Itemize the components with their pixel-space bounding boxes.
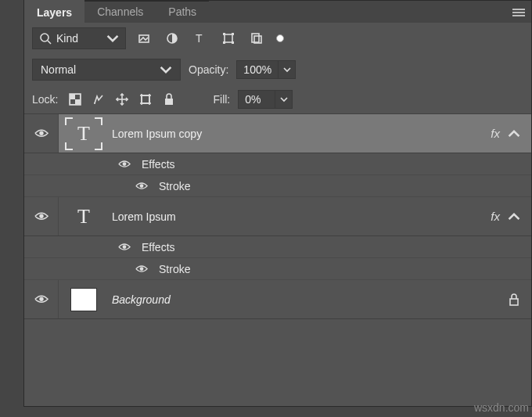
svg-point-27 xyxy=(39,131,43,135)
lock-icon[interactable] xyxy=(508,293,520,306)
fx-badge[interactable]: fx xyxy=(491,210,500,223)
svg-rect-9 xyxy=(223,33,225,35)
chevron-down-icon xyxy=(106,32,119,45)
svg-rect-13 xyxy=(252,34,259,42)
visibility-toggle[interactable] xyxy=(131,182,153,190)
svg-point-29 xyxy=(140,184,144,188)
fill-field[interactable]: 0% xyxy=(238,90,293,109)
stroke-label: Stroke xyxy=(159,180,190,192)
layer-row-background[interactable]: Background xyxy=(24,280,531,319)
tab-paths[interactable]: Paths xyxy=(156,1,209,23)
lock-buttons-group xyxy=(69,93,175,106)
blend-mode-select[interactable]: Normal xyxy=(32,59,181,81)
svg-point-31 xyxy=(123,245,127,249)
lock-row: Lock: Fill: 0% xyxy=(24,85,531,113)
visibility-toggle[interactable] xyxy=(24,280,59,318)
visibility-toggle[interactable] xyxy=(113,243,135,251)
effects-header-row[interactable]: Effects xyxy=(24,153,531,175)
visibility-toggle[interactable] xyxy=(113,160,135,168)
svg-rect-34 xyxy=(510,299,518,305)
svg-text:T: T xyxy=(196,32,203,45)
svg-rect-10 xyxy=(232,33,234,35)
effects-label: Effects xyxy=(142,241,175,253)
opacity-field[interactable]: 100% xyxy=(236,60,296,79)
blend-row: Normal Opacity: 100% xyxy=(24,54,531,85)
filter-kind-select[interactable]: Kind xyxy=(32,27,126,49)
type-layer-icon: T xyxy=(77,205,90,228)
blend-mode-value: Normal xyxy=(41,63,76,76)
opacity-label: Opacity: xyxy=(189,63,228,76)
layer-thumbnail[interactable] xyxy=(66,285,101,315)
svg-point-33 xyxy=(39,297,43,301)
fx-badge[interactable]: fx xyxy=(491,127,500,140)
svg-rect-11 xyxy=(223,41,225,44)
filter-pixel-icon[interactable] xyxy=(134,28,154,49)
filter-adjustment-icon[interactable] xyxy=(162,28,182,49)
layers-panel: Layers Channels Paths Kind T Normal Opac… xyxy=(23,0,532,407)
tab-paths-label: Paths xyxy=(168,5,196,18)
visibility-toggle[interactable] xyxy=(24,114,59,153)
fill-dropdown-button[interactable] xyxy=(275,91,292,108)
svg-line-4 xyxy=(48,41,51,44)
svg-rect-8 xyxy=(225,34,232,42)
svg-point-3 xyxy=(41,34,49,41)
layer-name[interactable]: Background xyxy=(112,293,171,306)
watermark: wsxdn.com xyxy=(474,401,529,414)
fill-label: Fill: xyxy=(213,93,230,106)
opacity-dropdown-button[interactable] xyxy=(278,61,295,78)
svg-rect-17 xyxy=(75,99,81,105)
tab-bar: Layers Channels Paths xyxy=(24,1,531,23)
collapse-effects-icon[interactable] xyxy=(508,210,520,223)
tab-layers-label: Layers xyxy=(37,6,72,19)
lock-image-icon[interactable] xyxy=(92,93,105,106)
type-layer-icon: T xyxy=(77,122,90,146)
layer-name[interactable]: Lorem Ipsum xyxy=(112,210,176,223)
layer-thumbnail-type[interactable]: T xyxy=(66,119,101,149)
lock-transparency-icon[interactable] xyxy=(69,93,81,106)
filter-smartobject-icon[interactable] xyxy=(246,28,267,49)
fill-value: 0% xyxy=(239,92,275,107)
effects-label: Effects xyxy=(142,158,175,171)
effects-header-row[interactable]: Effects xyxy=(24,236,531,258)
lock-all-icon[interactable] xyxy=(163,93,175,106)
background-thumbnail-swatch xyxy=(70,288,97,311)
effect-stroke-row[interactable]: Stroke xyxy=(24,258,531,280)
svg-rect-16 xyxy=(70,94,76,99)
svg-point-32 xyxy=(140,267,144,271)
svg-point-18 xyxy=(94,102,95,104)
svg-rect-26 xyxy=(165,99,173,105)
lock-artboard-icon[interactable] xyxy=(139,93,152,106)
chevron-down-icon xyxy=(160,63,172,76)
filter-kind-label: Kind xyxy=(56,32,78,45)
svg-rect-12 xyxy=(232,41,234,44)
layer-thumbnail-type[interactable]: T xyxy=(66,202,101,232)
layer-row[interactable]: T Lorem Ipsum copy fx xyxy=(24,114,531,153)
visibility-toggle[interactable] xyxy=(131,264,153,273)
lock-position-icon[interactable] xyxy=(116,93,128,106)
search-icon xyxy=(39,32,52,45)
svg-point-28 xyxy=(123,162,127,166)
filter-type-icon[interactable]: T xyxy=(190,28,210,49)
layer-name[interactable]: Lorem Ipsum copy xyxy=(112,128,202,140)
tab-channels-label: Channels xyxy=(97,5,143,18)
visibility-toggle[interactable] xyxy=(24,197,59,235)
filter-row: Kind T xyxy=(24,23,531,54)
svg-point-30 xyxy=(39,214,43,218)
lock-label: Lock: xyxy=(32,93,58,106)
tab-layers[interactable]: Layers xyxy=(24,0,84,23)
tab-channels[interactable]: Channels xyxy=(84,1,156,23)
stroke-label: Stroke xyxy=(159,263,190,275)
collapse-effects-icon[interactable] xyxy=(508,128,520,140)
filter-shape-icon[interactable] xyxy=(218,28,239,49)
effect-stroke-row[interactable]: Stroke xyxy=(24,175,531,197)
svg-rect-21 xyxy=(142,95,149,103)
layer-list: T Lorem Ipsum copy fx Effects Stroke xyxy=(24,113,531,319)
panel-menu-button[interactable] xyxy=(512,7,525,18)
layer-row[interactable]: T Lorem Ipsum fx xyxy=(24,197,531,236)
filter-toggle-switch[interactable] xyxy=(276,34,284,42)
opacity-value: 100% xyxy=(237,62,278,77)
